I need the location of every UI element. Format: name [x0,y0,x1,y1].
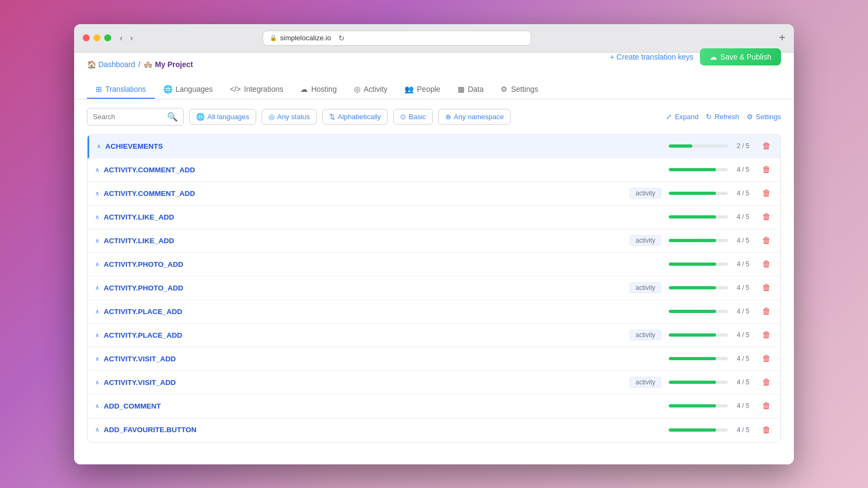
delete-button[interactable]: 🗑 [760,376,773,388]
globe-icon: 🌐 [163,85,172,93]
traffic-light-green[interactable] [104,34,111,41]
translation-key[interactable]: ACTIVITY.VISIT_ADD [104,355,669,363]
row-expand-icon[interactable]: ∧ [95,285,99,292]
nav-arrows: ‹ › [118,32,135,44]
row-expand-icon[interactable]: ∧ [95,308,99,315]
delete-button[interactable]: 🗑 [760,140,773,152]
row-expand-icon[interactable]: ∧ [95,166,99,173]
table-row: ∧ACTIVITY.COMMENT_ADDactivity4 / 5🗑 [88,182,780,206]
translation-key[interactable]: ACHIEVEMENTS [105,142,669,150]
progress-fill [669,333,716,337]
translation-key[interactable]: ACTIVITY.LIKE_ADD [104,237,630,245]
translation-key[interactable]: ACTIVITY.LIKE_ADD [104,213,669,221]
browser-refresh-icon[interactable]: ↻ [338,34,345,42]
dashboard-link[interactable]: 🏠 Dashboard [87,60,135,69]
tab-activity[interactable]: ◎ Activity [345,81,396,99]
row-expand-icon[interactable]: ∧ [95,403,99,410]
settings-button[interactable]: ⚙ Settings [747,113,781,121]
delete-button[interactable]: 🗑 [760,424,773,436]
progress-text: 4 / 5 [732,402,749,410]
all-languages-filter[interactable]: 🌐 All languages [189,109,256,125]
delete-button[interactable]: 🗑 [760,400,773,412]
row-expand-icon[interactable]: ∧ [95,214,99,221]
progress-bar-container: 4 / 5 [669,260,755,268]
delete-button[interactable]: 🗑 [760,258,773,270]
tab-data[interactable]: ▦ Data [449,81,493,99]
tab-people[interactable]: 👥 People [396,81,449,99]
row-expand-icon[interactable]: ∧ [95,379,99,386]
row-expand-icon[interactable]: ∧ [95,426,99,433]
table-row: ∧ACTIVITY.VISIT_ADD4 / 5🗑 [88,347,780,371]
basic-filter[interactable]: ⊙ Basic [393,109,433,125]
right-actions: ⤢ Expand ↻ Refresh ⚙ Settings [666,113,781,121]
progress-fill [669,192,716,195]
basic-icon: ⊙ [400,113,406,121]
main-content: 🔍 🌐 All languages ◎ Any status ⇅ Alphabe… [74,99,794,464]
progress-track [669,144,728,148]
tab-languages[interactable]: 🌐 Languages [155,81,221,99]
breadcrumb: 🏠 Dashboard / 🏘️ My Project [87,60,193,69]
progress-bar-container: 4 / 5 [669,402,755,410]
nav-tabs: ⊞ Translations 🌐 Languages </> Integrati… [87,81,781,99]
search-input[interactable] [93,113,164,121]
refresh-button[interactable]: ↻ Refresh [706,113,739,121]
progress-bar-container: 4 / 5 [669,355,755,362]
progress-fill [669,239,716,242]
any-namespace-filter[interactable]: ⊗ Any namespace [438,109,511,125]
delete-button[interactable]: 🗑 [760,329,773,341]
progress-track [669,428,728,432]
create-translation-keys-button[interactable]: + Create translation keys [610,53,693,61]
progress-text: 4 / 5 [732,308,749,315]
translation-key[interactable]: ACTIVITY.COMMENT_ADD [104,190,630,198]
table-row: ∧ADD_COMMENT4 / 5🗑 [88,395,780,418]
delete-button[interactable]: 🗑 [760,305,773,317]
translation-key[interactable]: ACTIVITY.PHOTO_ADD [104,260,669,268]
progress-track [669,310,728,313]
delete-button[interactable]: 🗑 [760,235,773,246]
traffic-light-yellow[interactable] [93,34,100,41]
forward-button[interactable]: › [128,32,135,44]
progress-track [669,168,728,171]
translation-key[interactable]: ACTIVITY.PHOTO_ADD [104,284,630,292]
any-status-filter[interactable]: ◎ Any status [262,109,317,125]
progress-track [669,286,728,289]
tab-hosting[interactable]: ☁ Hosting [292,81,345,99]
row-expand-icon[interactable]: ∧ [95,237,99,244]
row-expand-icon[interactable]: ∧ [95,355,99,362]
tab-settings[interactable]: ⚙ Settings [492,81,547,99]
row-expand-icon[interactable]: ∧ [95,261,99,268]
translation-key[interactable]: ACTIVITY.PLACE_ADD [104,308,669,316]
row-expand-icon[interactable]: ∧ [97,143,101,150]
delete-button[interactable]: 🗑 [760,211,773,223]
save-publish-button[interactable]: ☁ Save & Publish [700,48,781,65]
translation-key[interactable]: ACTIVITY.COMMENT_ADD [104,166,669,174]
delete-button[interactable]: 🗑 [760,282,773,294]
progress-track [669,381,728,384]
lock-icon: 🔒 [270,34,277,41]
translation-key[interactable]: ADD_COMMENT [104,402,669,410]
delete-button[interactable]: 🗑 [760,164,773,176]
row-expand-icon[interactable]: ∧ [95,190,99,197]
translation-key[interactable]: ADD_FAVOURITE.BUTTON [104,426,669,434]
table-row: ∧ACTIVITY.VISIT_ADDactivity4 / 5🗑 [88,371,780,395]
tab-integrations[interactable]: </> Integrations [221,81,292,99]
row-expand-icon[interactable]: ∧ [95,332,99,339]
new-tab-button[interactable]: + [779,32,785,44]
translation-key[interactable]: ACTIVITY.PLACE_ADD [104,331,630,339]
back-button[interactable]: ‹ [118,32,125,44]
progress-track [669,215,728,218]
delete-button[interactable]: 🗑 [760,353,773,365]
translation-key[interactable]: ACTIVITY.VISIT_ADD [104,378,630,387]
tab-translations[interactable]: ⊞ Translations [87,81,155,99]
search-box[interactable]: 🔍 [87,108,184,126]
progress-text: 4 / 5 [732,213,749,221]
address-bar[interactable]: 🔒 simplelocalize.io ↻ [263,31,531,46]
project-name: 🏘️ My Project [143,60,193,69]
delete-button[interactable]: 🗑 [760,187,773,199]
traffic-light-red[interactable] [83,34,90,41]
progress-text: 4 / 5 [732,426,749,434]
alphabetically-filter[interactable]: ⇅ Alphabetically [322,109,388,125]
status-filter-icon: ◎ [269,113,274,121]
top-bar-actions: + Create translation keys ☁ Save & Publi… [610,48,781,65]
expand-button[interactable]: ⤢ Expand [666,113,698,121]
